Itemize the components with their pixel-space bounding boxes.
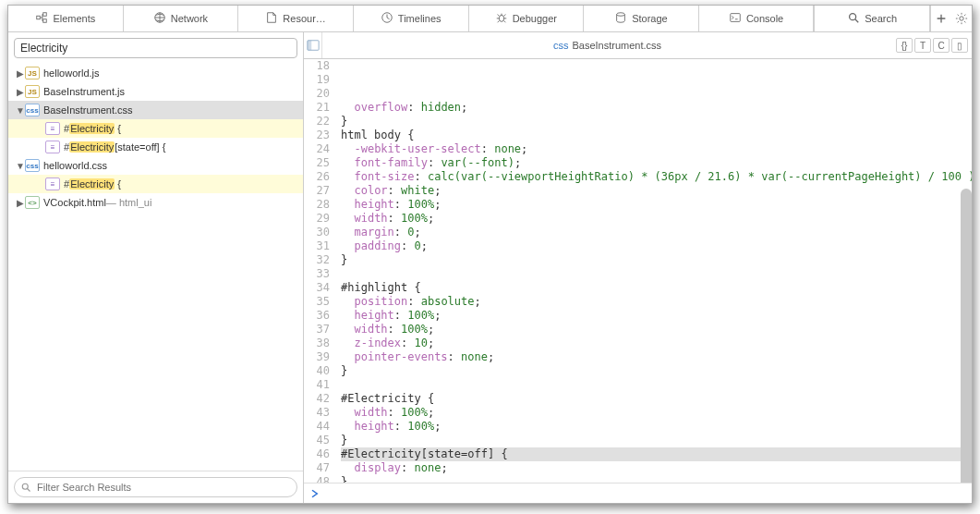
- svg-point-6: [617, 13, 625, 17]
- disclosure-arrow[interactable]: ▶: [16, 198, 25, 208]
- code-line[interactable]: padding: 0;: [341, 239, 972, 253]
- css-badge: css: [25, 159, 40, 172]
- tree-item-helloworld.js[interactable]: ▶ JS helloworld.js: [8, 64, 303, 82]
- disclosure-arrow[interactable]: ▶: [16, 68, 25, 79]
- tab-elements[interactable]: Elements: [8, 6, 124, 31]
- code-line[interactable]: width: 100%;: [341, 406, 972, 420]
- code-line[interactable]: font-family: var(--font);: [341, 156, 972, 170]
- svg-rect-0: [37, 16, 41, 19]
- scope-button-type[interactable]: T: [914, 38, 931, 53]
- code-line[interactable]: }: [341, 115, 972, 128]
- code-line[interactable]: height: 100%;: [341, 420, 972, 434]
- toggle-sidebar-button[interactable]: [304, 32, 322, 58]
- gutter-line: 26: [304, 170, 330, 184]
- code-line[interactable]: display: none;: [341, 461, 972, 475]
- js-badge: JS: [25, 67, 40, 80]
- code-line[interactable]: [341, 378, 972, 392]
- scope-button-class[interactable]: C: [933, 38, 950, 53]
- code-line[interactable]: #highlight {: [341, 281, 972, 295]
- code-line[interactable]: }: [341, 364, 972, 378]
- code-line[interactable]: html body {: [341, 128, 972, 142]
- disclosure-arrow[interactable]: ▼: [16, 161, 25, 171]
- new-tab-button[interactable]: [931, 6, 951, 32]
- tab-console[interactable]: Console: [699, 6, 815, 31]
- code-line[interactable]: pointer-events: none;: [341, 350, 972, 364]
- code-line[interactable]: -webkit-user-select: none;: [341, 142, 972, 156]
- disclosure-arrow[interactable]: ▼: [16, 105, 25, 116]
- prompt-icon[interactable]: [309, 488, 321, 499]
- code-line[interactable]: width: 100%;: [341, 323, 972, 337]
- gutter-line: 40: [304, 364, 330, 378]
- code-line[interactable]: margin: 0;: [341, 226, 972, 239]
- tree-search-match[interactable]: ≡ #Electricity {: [8, 119, 303, 138]
- code-line[interactable]: position: absolute;: [341, 295, 972, 309]
- svg-line-16: [964, 21, 965, 22]
- code-line[interactable]: color: white;: [341, 184, 972, 198]
- code-line[interactable]: #Electricity[state=off] {: [341, 447, 972, 461]
- settings-button[interactable]: [951, 6, 972, 32]
- search-results-tree[interactable]: ▶ JS helloworld.js▶ JS BaseInstrument.js…: [8, 64, 303, 471]
- code-line[interactable]: overflow: hidden;: [341, 101, 972, 115]
- code-line[interactable]: #Electricity {: [341, 392, 972, 406]
- gutter-line: 19: [304, 73, 330, 87]
- svg-rect-1: [43, 13, 47, 17]
- code-line[interactable]: font-size: calc(var(--viewportHeightRati…: [341, 170, 972, 184]
- editor-scrollbar[interactable]: [961, 189, 972, 483]
- gutter-line: 25: [304, 156, 330, 170]
- tab-debugger[interactable]: Debugger: [469, 6, 585, 31]
- gutter-line: 29: [304, 212, 330, 226]
- style-badge: ≡: [45, 141, 60, 153]
- gutter-line: 41: [304, 378, 330, 392]
- editor-scope-buttons: {}TC▯: [892, 38, 972, 53]
- tab-network[interactable]: Network: [124, 6, 239, 31]
- svg-line-20: [28, 489, 30, 492]
- gutter-line: 43: [304, 406, 330, 420]
- gutter-line: 23: [304, 128, 330, 142]
- tab-resources[interactable]: Resour…: [238, 6, 354, 31]
- code-line[interactable]: z-index: 10;: [341, 337, 972, 350]
- disclosure-arrow[interactable]: ▶: [16, 87, 25, 97]
- elements-icon: [35, 11, 48, 26]
- gutter-line: 48: [304, 475, 330, 483]
- style-badge: ≡: [45, 177, 60, 190]
- tree-item-BaseInstrument.css[interactable]: ▼ css BaseInstrument.css: [8, 101, 303, 119]
- search-icon: [847, 11, 860, 26]
- code-line[interactable]: height: 100%;: [341, 309, 972, 323]
- svg-line-17: [958, 21, 959, 22]
- code-line[interactable]: }: [341, 253, 972, 267]
- tree-search-match[interactable]: ≡ #Electricity {: [8, 175, 303, 193]
- top-tabbar: ElementsNetworkResour…TimelinesDebuggerS…: [8, 6, 972, 32]
- code-line[interactable]: height: 100%;: [341, 198, 972, 212]
- svg-line-18: [964, 15, 965, 16]
- search-input[interactable]: [14, 38, 297, 58]
- storage-icon: [614, 11, 627, 26]
- tree-search-match[interactable]: ≡ #Electricity[state=off] {: [8, 138, 303, 156]
- tab-search[interactable]: Search: [814, 6, 930, 31]
- filter-input[interactable]: [35, 481, 291, 494]
- filter-search-results[interactable]: [14, 477, 297, 497]
- svg-line-15: [958, 15, 959, 16]
- code-line[interactable]: }: [341, 434, 972, 447]
- code-editor[interactable]: 1819202122232425262728293031323334353637…: [304, 59, 972, 483]
- code-line[interactable]: width: 100%;: [341, 212, 972, 226]
- tab-storage[interactable]: Storage: [584, 6, 699, 31]
- open-file-tab[interactable]: css BaseInstrument.css: [322, 40, 892, 51]
- svg-line-9: [855, 19, 859, 23]
- filter-icon: [20, 482, 31, 493]
- gutter-line: 47: [304, 461, 330, 475]
- svg-point-8: [850, 14, 856, 20]
- tree-item-helloworld.css[interactable]: ▼ css helloworld.css: [8, 156, 303, 175]
- gutter-line: 46: [304, 447, 330, 461]
- tree-item-VCockpit.html[interactable]: ▶ <> VCockpit.html — html_ui: [8, 193, 303, 212]
- gutter-line: 21: [304, 101, 330, 115]
- tree-item-BaseInstrument.js[interactable]: ▶ JS BaseInstrument.js: [8, 82, 303, 101]
- gutter-line: 38: [304, 337, 330, 350]
- code-line[interactable]: }: [341, 475, 972, 483]
- gutter-line: 28: [304, 198, 330, 212]
- tab-timelines[interactable]: Timelines: [354, 6, 469, 31]
- open-file-name: BaseInstrument.css: [572, 40, 661, 51]
- scope-button-braces[interactable]: {}: [896, 38, 913, 53]
- code-line[interactable]: [341, 267, 972, 281]
- editor-footer: [304, 483, 972, 503]
- scope-button-sidebar[interactable]: ▯: [951, 38, 968, 53]
